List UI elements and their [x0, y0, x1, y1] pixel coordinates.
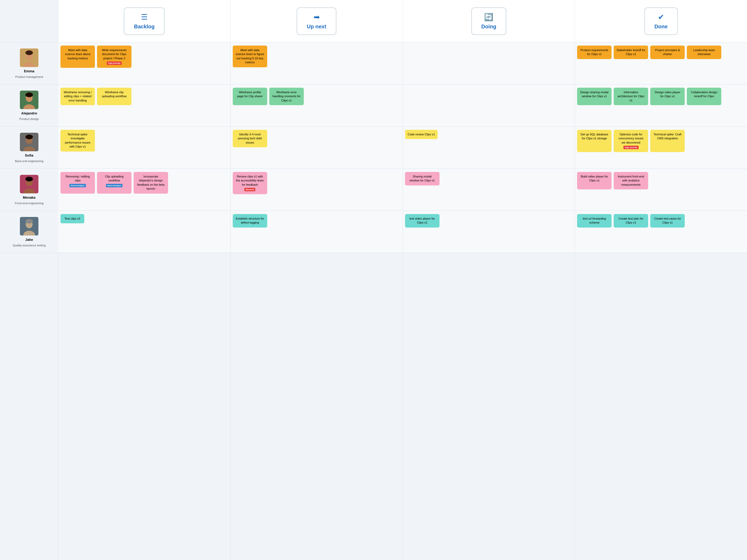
card-text: Code review Clips v1 — [408, 133, 435, 136]
card[interactable]: Product requirements for Clips v1 — [577, 46, 612, 59]
cards-cell: Technical spike: investigate performance… — [58, 127, 230, 168]
person-name: Emma — [24, 69, 34, 73]
card[interactable]: Write requirements document for Clips pr… — [97, 46, 131, 68]
card-text: Information architecture for Clips v1 — [618, 90, 644, 102]
card[interactable]: Project principles & charter — [650, 46, 685, 59]
badge: Blocked — [244, 188, 255, 191]
card[interactable]: Stakeholder kickoff for Clips v1 — [614, 46, 648, 59]
card-text: Create test plan for Clips v1 — [618, 217, 643, 224]
card[interactable]: Meet with data science team about tracki… — [60, 46, 95, 68]
col-doing: 🔄 Doing Code review Clips v1 Sharing mod… — [403, 0, 575, 560]
card[interactable]: Removing / editing clipsNeed designs — [60, 172, 95, 194]
kanban-board: Emma Product management Alejandro Produc… — [0, 0, 747, 560]
person-row-alejandro: Alejandro Product design — [0, 84, 58, 127]
row-alejandro-done: Design sharing modal window for Clips v1… — [575, 84, 747, 127]
card[interactable]: Sharing modal window for Clips v1 — [405, 172, 439, 185]
card[interactable]: Wireframe clip uploading workflow — [97, 88, 131, 105]
row-jake-doing: test video player for Clips v1 — [403, 211, 575, 253]
col-done: ✔ Done Product requirements for Clips v1… — [575, 0, 747, 560]
person-row-menaka: Menaka Front-end engineering — [0, 169, 58, 211]
card[interactable]: Optimize code for concurrency issues we … — [614, 130, 648, 152]
row-emma-upnext: Meet with data science team to figure ou… — [231, 43, 403, 84]
upnext-icon: ➡ — [314, 13, 320, 22]
avatar-jake — [20, 217, 38, 236]
card-text: Meet with data science team to figure ou… — [236, 49, 264, 64]
card[interactable]: Test clips v2 — [60, 214, 84, 223]
cards-cell: Code review Clips v1 — [403, 127, 575, 168]
row-jake-done: test url forwarding scheme Create test p… — [575, 211, 747, 253]
card-text: Stakeholder kickoff for Clips v1 — [617, 49, 645, 56]
card-text: Product requirements for Clips v1 — [581, 49, 608, 56]
card[interactable]: Identify 3-4 most pressing tech debt iss… — [233, 130, 267, 147]
card-text: Wireframe profile page for Clip sharer — [237, 90, 263, 98]
card-text: Wireframe error handling moments for Cli… — [273, 90, 301, 102]
card-text: Design sharing modal window for Clips v1 — [580, 90, 608, 98]
cards-cell: Establish structure for defect logging — [231, 211, 403, 253]
person-cell-sofia: Sofia Back-end engineering — [0, 127, 58, 168]
cards-cell: test url forwarding scheme Create test p… — [575, 211, 747, 253]
card[interactable]: test video player for Clips v1 — [405, 214, 439, 228]
cards-cell: Build video player for Clips v1 Instrume… — [575, 169, 747, 211]
card[interactable]: Set up SQL database for Clips v1 storage — [577, 130, 612, 152]
cards-cell: Sharing modal window for Clips v1 — [403, 169, 575, 211]
card[interactable]: Review clips v1 with the accessibility t… — [233, 172, 267, 194]
person-role: Quality-assurance testing — [13, 244, 46, 247]
card-text: Optimize code for concurrency issues we … — [618, 133, 643, 144]
card-text: Technical spike: Craft CMS integration — [654, 133, 681, 140]
person-name: Jake — [25, 238, 33, 242]
col-header-box-done: ✔ Done — [644, 7, 678, 35]
badge: high priority — [107, 61, 122, 65]
card[interactable]: Code review Clips v1 — [405, 130, 438, 139]
card-text: Test clips v2 — [65, 217, 80, 220]
card[interactable]: Establish structure for defect logging — [233, 214, 267, 228]
card[interactable]: Wireframe error handling moments for Cli… — [269, 88, 304, 105]
col-header-doing: 🔄 Doing — [403, 0, 575, 43]
card[interactable]: test url forwarding scheme — [577, 214, 612, 228]
person-role: Product management — [15, 75, 43, 78]
card[interactable]: Design sharing modal window for Clips v1 — [577, 88, 612, 105]
card[interactable]: Build video player for Clips v1 — [577, 172, 612, 189]
person-row-jake: Jake Quality-assurance testing — [0, 211, 58, 253]
card[interactable]: Leadership team interviews — [687, 46, 721, 59]
svg-point-2 — [25, 50, 33, 55]
card[interactable]: Meet with data science team to figure ou… — [233, 46, 267, 67]
row-menaka-upnext: Review clips v1 with the accessibility t… — [231, 169, 403, 211]
avatar-sofia — [20, 133, 38, 151]
svg-point-10 — [25, 135, 33, 139]
card-text: test url forwarding scheme — [583, 217, 606, 224]
card[interactable]: Clip uploading workflowNeed designs — [97, 172, 131, 194]
card[interactable]: Incorporate Alejandro's design feedback … — [134, 172, 168, 194]
card-text: Incorporate Alejandro's design feedback … — [137, 175, 164, 190]
done-icon: ✔ — [658, 13, 664, 22]
card[interactable]: Wireframe profile page for Clip sharer — [233, 88, 267, 105]
avatar-alejandro — [20, 90, 38, 109]
card[interactable]: Information architecture for Clips v1 — [614, 88, 648, 105]
person-name: Sofia — [25, 153, 33, 157]
person-row-emma: Emma Product management — [0, 43, 58, 84]
cards-cell: Product requirements for Clips v1 Stakeh… — [575, 43, 747, 84]
card[interactable]: Collaborative design kickoff for Clips — [687, 88, 721, 105]
person-cell-alejandro: Alejandro Product design — [0, 84, 58, 126]
cards-cell: Meet with data science team to figure ou… — [231, 43, 403, 84]
card-text: Identify 3-4 most pressing tech debt iss… — [238, 133, 262, 144]
card-text: Create test cases for Clips v1 — [654, 217, 681, 224]
card[interactable]: Design video player for Clips v1 — [650, 88, 685, 105]
card[interactable]: Instrument front-end with analytics meas… — [614, 172, 648, 189]
cards-cell: Meet with data science team about tracki… — [58, 43, 230, 84]
card[interactable]: Create test plan for Clips v1 — [614, 214, 648, 228]
backlog-label: Backlog — [134, 24, 155, 30]
card-text: Meet with data science team about tracki… — [65, 49, 90, 60]
doing-label: Doing — [481, 24, 496, 30]
card[interactable]: Create test cases for Clips v1 — [650, 214, 685, 228]
card[interactable]: Technical spike: investigate performance… — [60, 130, 95, 152]
svg-point-6 — [25, 92, 33, 97]
card[interactable]: Technical spike: Craft CMS integration — [650, 130, 685, 152]
row-alejandro-doing — [403, 84, 575, 127]
card-text: Collaborative design kickoff for Clips — [691, 90, 717, 98]
row-emma-done: Product requirements for Clips v1 Stakeh… — [575, 43, 747, 84]
person-row-sofia: Sofia Back-end engineering — [0, 127, 58, 169]
badge: Need designs — [106, 184, 123, 187]
card-text: Project principles & charter — [655, 49, 680, 56]
row-emma-backlog: Meet with data science team about tracki… — [58, 43, 230, 84]
card[interactable]: Wireframe removing / editing clips + rel… — [60, 88, 95, 105]
